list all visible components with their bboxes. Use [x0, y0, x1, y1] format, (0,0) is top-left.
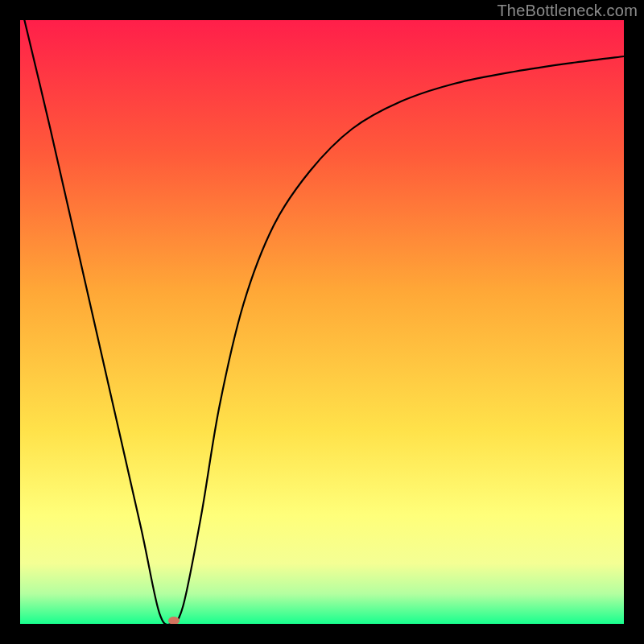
watermark-text: TheBottleneck.com — [497, 2, 638, 20]
bottleneck-curve — [20, 20, 624, 624]
plot-area — [20, 20, 624, 624]
optimal-point-marker — [168, 617, 180, 624]
chart-container: TheBottleneck.com — [0, 0, 644, 644]
